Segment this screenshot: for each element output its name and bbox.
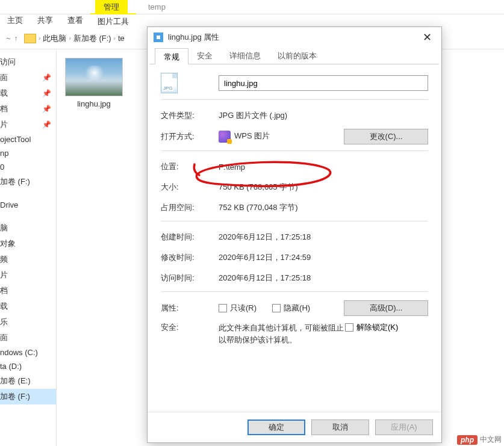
sidebar-item[interactable]: 访问 [0,54,56,70]
sidebar-item-label: 片 [0,119,39,130]
sidebar-item[interactable]: 片 [0,267,56,283]
unblock-checkbox[interactable]: 解除锁定(K) [345,322,398,333]
label-security: 安全: [161,322,219,333]
nav-back-icon[interactable]: ~ [6,34,11,43]
dialog-title: linghu.jpg 属性 [168,32,419,43]
change-button[interactable]: 更改(C)... [344,129,428,144]
watermark: php 中文网 [457,435,502,445]
breadcrumb[interactable]: › 此电脑 › 新加卷 (F:) › te [39,33,125,44]
tab-general[interactable]: 常规 [155,48,188,64]
cancel-button[interactable]: 取消 [311,420,369,435]
sidebar-item[interactable]: 面📌 [0,70,56,85]
breadcrumb-item[interactable]: te [118,34,125,43]
label-accessed: 访问时间: [161,273,219,283]
sidebar-item[interactable]: 档 [0,283,56,299]
sidebar-item-label: 访问 [0,57,51,67]
sidebar-item-label: 脑 [0,223,51,234]
hidden-checkbox[interactable]: 隐藏(H) [272,303,310,314]
label-openwith: 打开方式: [161,131,219,142]
sidebar-item[interactable]: 加卷 (E:) [0,373,56,389]
value-modified: 2020年6月12日，17:24:59 [219,252,428,263]
label-modified: 修改时间: [161,252,219,263]
sidebar-item-label: 面 [0,72,39,83]
watermark-text: 中文网 [480,435,502,445]
value-location: F:\temp [219,163,428,172]
dialog-tabs: 常规 安全 详细信息 以前的版本 [150,48,439,64]
sidebar-item-label: np [0,149,51,158]
folder-icon [24,34,36,43]
apply-button[interactable]: 应用(A) [375,420,433,435]
breadcrumb-item[interactable]: 新加卷 (F:) [73,33,111,44]
sidebar-item-label: Drive [0,200,51,209]
ribbon-tab-picturetools[interactable]: 图片工具 [90,13,136,29]
value-accessed: 2020年6月12日，17:25:18 [219,273,428,283]
sidebar-item[interactable]: ojectTool [0,132,56,146]
sidebar-item[interactable]: 乐 [0,314,56,330]
value-filetype: JPG 图片文件 (.jpg) [219,110,428,121]
sidebar-item-label: 0 [0,163,51,172]
php-logo-icon: php [457,435,478,445]
sidebar-item-label: 载 [0,88,39,99]
sidebar-item[interactable]: 片📌 [0,117,56,132]
ribbon-tab-share[interactable]: 共享 [30,13,60,29]
sidebar-item-label: 对象 [0,238,51,249]
close-icon[interactable]: ✕ [419,31,435,44]
window-folder-name: temp [148,2,166,11]
sidebar-item[interactable]: 载📌 [0,85,56,101]
sidebar-item[interactable]: 对象 [0,236,56,252]
sidebar-item-label: 加卷 (F:) [0,176,51,187]
value-openwith: WPS 图片 [219,131,344,143]
tab-details[interactable]: 详细信息 [221,48,269,64]
nav-up-icon[interactable]: ↑ [14,34,19,43]
sidebar-item-label: ojectTool [0,135,51,144]
dialog-footer: 确定 取消 应用(A) [148,412,441,442]
sidebar-item-label: 加卷 (E:) [0,376,51,386]
filename-input[interactable] [219,75,428,91]
ok-button[interactable]: 确定 [247,420,305,435]
sidebar-item[interactable]: ta (D:) [0,359,56,373]
advanced-button[interactable]: 高级(D)... [344,300,428,316]
sidebar-item[interactable]: np [0,146,56,160]
sidebar-item[interactable]: 面 [0,330,56,345]
label-size: 大小: [161,182,219,193]
label-filetype: 文件类型: [161,110,219,121]
sidebar-item-label: 档 [0,285,51,296]
dialog-body: JPG 文件类型: JPG 图片文件 (.jpg) 打开方式: WPS 图片 更… [148,64,441,412]
image-file-icon [154,33,163,42]
sidebar-item-label: 片 [0,270,51,280]
pin-icon: 📌 [42,73,51,82]
tab-security[interactable]: 安全 [188,48,221,64]
value-created: 2020年6月12日，17:25:18 [219,232,428,243]
ribbon-tab-home[interactable]: 主页 [0,13,30,29]
label-sizeondisk: 占用空间: [161,202,219,213]
divider [161,150,428,151]
label-created: 创建时间: [161,232,219,243]
file-name: linghu.jpg [65,99,123,108]
divider [161,99,428,100]
sidebar-item[interactable]: ndows (C:) [0,345,56,359]
sidebar-item[interactable]: 脑 [0,220,56,236]
dialog-titlebar[interactable]: linghu.jpg 属性 ✕ [148,27,441,48]
ribbon-tab-view[interactable]: 查看 [60,13,90,29]
chevron-right-icon: › [39,35,40,42]
sidebar-item[interactable]: 0 [0,160,56,174]
value-sizeondisk: 752 KB (770,048 字节) [219,202,428,213]
sidebar-item-label: 面 [0,332,51,343]
sidebar-item[interactable]: 载 [0,299,56,314]
sidebar-item[interactable]: 加卷 (F:) [0,389,56,404]
chevron-right-icon: › [69,35,70,42]
sidebar-item[interactable]: 频 [0,252,56,267]
ribbon-context-tab[interactable]: 管理 [95,0,128,14]
readonly-checkbox[interactable]: 只读(R) [219,303,257,314]
pin-icon: 📌 [42,105,51,113]
sidebar-item[interactable]: 档📌 [0,101,56,117]
pin-icon: 📌 [42,120,51,129]
sidebar-item-label: 乐 [0,317,51,327]
breadcrumb-item[interactable]: 此电脑 [43,33,66,44]
file-item[interactable]: linghu.jpg [65,58,123,108]
tab-previous[interactable]: 以前的版本 [269,48,325,64]
nav-arrows: ~ ↑ [2,34,22,43]
ribbon-tabs [0,0,504,14]
sidebar-item[interactable]: Drive [0,198,56,212]
sidebar-item[interactable]: 加卷 (F:) [0,174,56,190]
